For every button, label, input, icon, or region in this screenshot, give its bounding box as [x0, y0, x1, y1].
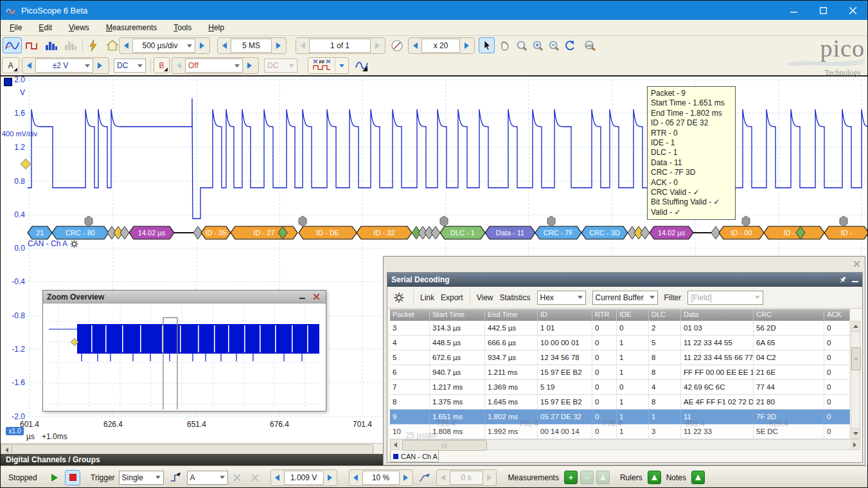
- persistence-view-button[interactable]: [23, 37, 41, 53]
- column-header[interactable]: Data: [681, 309, 754, 321]
- column-header[interactable]: Start Time: [430, 309, 485, 321]
- zoom-out-step-button[interactable]: [409, 38, 421, 53]
- menu-item[interactable]: File: [10, 23, 22, 32]
- table-h-scrollbar[interactable]: |||: [390, 439, 860, 450]
- pan-tool-button[interactable]: [496, 37, 512, 53]
- range-a-select[interactable]: ±2 V: [35, 59, 93, 73]
- packet-row[interactable]: 71.217 ms1.369 ms5 1900442 69 6C 6C77 44…: [390, 380, 850, 395]
- serial-decoding-panel[interactable]: Serial Decoding Link Export View Statist…: [383, 256, 865, 465]
- export-button[interactable]: Export: [441, 293, 463, 302]
- panel-minimize-icon[interactable]: [852, 276, 858, 283]
- scroll-down-button[interactable]: [851, 428, 860, 438]
- decoder-tab[interactable]: CAN - Ch A: [390, 451, 439, 462]
- gear-icon[interactable]: [70, 240, 78, 248]
- samples-select[interactable]: 5 MS: [231, 39, 272, 53]
- trigger-edge-button[interactable]: [168, 470, 183, 485]
- zoom-overview-titlebar[interactable]: Zoom Overview: [43, 291, 326, 303]
- scroll-right-button[interactable]: [850, 440, 860, 449]
- range-a-next-button[interactable]: [93, 58, 106, 73]
- level-down-button[interactable]: [271, 470, 284, 485]
- decoder-channel-label[interactable]: CAN - Ch A: [28, 239, 78, 248]
- statistics-button[interactable]: Statistics: [500, 293, 531, 302]
- trigger-mode-select[interactable]: Single: [119, 471, 164, 485]
- spectrum-view-button[interactable]: [42, 37, 60, 53]
- buffer-field[interactable]: 1 of 1: [309, 39, 371, 53]
- minimize-button[interactable]: [779, 1, 808, 20]
- normal-cursor-button[interactable]: [479, 37, 495, 53]
- panel-close-icon[interactable]: [854, 260, 860, 269]
- marquee-zoom-button[interactable]: [513, 37, 529, 53]
- buffer-select[interactable]: Current Buffer: [592, 291, 658, 305]
- menu-item[interactable]: Help: [208, 23, 224, 32]
- serial-decoding-titlebar[interactable]: Serial Decoding: [387, 273, 862, 287]
- coupling-a-select[interactable]: DC: [114, 59, 146, 73]
- trigger-source-select[interactable]: A: [187, 471, 228, 485]
- maximize-button[interactable]: [808, 1, 838, 20]
- packet-row[interactable]: 6940.7 µs1.211 ms15 97 EE B2018FF FF 00 …: [390, 365, 850, 380]
- timebase-prev-button[interactable]: [120, 38, 132, 53]
- serial-decoding-button[interactable]: FF: [308, 58, 335, 73]
- zoom-100-button[interactable]: 100: [581, 37, 598, 53]
- samples-next-button[interactable]: [272, 38, 285, 53]
- scope-view-button[interactable]: [3, 37, 22, 53]
- column-header[interactable]: IDE: [617, 309, 649, 321]
- zoom-out-button[interactable]: [545, 37, 562, 53]
- range-a-prev-button[interactable]: [22, 58, 35, 73]
- packet-row[interactable]: 4448.5 µs666.6 µs10 00 00 0101511 22 33 …: [390, 336, 850, 350]
- view-button[interactable]: View: [477, 293, 493, 302]
- undo-zoom-button[interactable]: [562, 37, 578, 53]
- timebase-next-button[interactable]: [195, 38, 208, 53]
- digital-channels-bar[interactable]: Digital Channels / Groups: [1, 454, 384, 465]
- pretrigger-down-button[interactable]: [350, 470, 362, 485]
- zoom-in-step-button[interactable]: [460, 38, 473, 53]
- zoom-overview-close-button[interactable]: [310, 293, 322, 302]
- column-header[interactable]: ACK: [824, 309, 850, 321]
- scroll-up-button[interactable]: [851, 321, 860, 332]
- range-b-next-button[interactable]: [243, 58, 256, 73]
- rulers-button[interactable]: [648, 471, 661, 484]
- column-header[interactable]: End Time: [485, 309, 538, 321]
- menu-item[interactable]: Measurements: [106, 23, 157, 32]
- buffer-prev-button[interactable]: [296, 38, 309, 53]
- menu-item[interactable]: Edit: [39, 23, 52, 32]
- level-up-button[interactable]: [324, 470, 337, 485]
- zoom-overview-window[interactable]: Zoom Overview: [42, 290, 326, 411]
- packet-row[interactable]: 81.375 ms1.645 ms15 97 EE B2018AE 4F FF …: [390, 395, 850, 410]
- main-h-scrollbar[interactable]: [1, 443, 384, 454]
- range-b-prev-button[interactable]: [172, 58, 185, 73]
- notes-button[interactable]: [691, 471, 705, 484]
- menu-item[interactable]: Views: [69, 23, 89, 32]
- close-button[interactable]: [838, 1, 867, 20]
- start-button[interactable]: [47, 470, 62, 485]
- menu-item[interactable]: Tools: [173, 23, 191, 32]
- filter-button[interactable]: Filter: [664, 293, 682, 302]
- packet-table-header[interactable]: PacketStart TimeEnd TimeIDRTRIDEDLCDataC…: [390, 309, 850, 321]
- column-header[interactable]: Packet: [390, 309, 430, 321]
- serial-decoding-dropdown[interactable]: [335, 58, 348, 73]
- scroll-left-button[interactable]: [391, 440, 400, 449]
- pin-icon[interactable]: [839, 276, 847, 284]
- link-button[interactable]: Link: [420, 293, 434, 302]
- packet-row[interactable]: 5672.6 µs934.7 µs12 34 56 7801811 22 33 …: [390, 350, 850, 365]
- samples-prev-button[interactable]: [218, 38, 231, 53]
- buffer-navigator-button[interactable]: [389, 37, 405, 53]
- column-header[interactable]: ID: [538, 309, 592, 321]
- decoder-settings-button[interactable]: [391, 290, 407, 305]
- zoom-overview-minimize-button[interactable]: [296, 293, 308, 302]
- zoom-in-button[interactable]: [529, 37, 545, 53]
- buffer-next-button[interactable]: [371, 38, 384, 53]
- math-channels-button[interactable]: [353, 57, 371, 73]
- channel-b-button[interactable]: B: [154, 57, 170, 73]
- scroll-thumb[interactable]: |||: [402, 440, 487, 451]
- column-header[interactable]: CRC: [754, 309, 824, 321]
- trigger-level-field[interactable]: 1.009 V: [284, 471, 324, 485]
- format-select[interactable]: Hex: [537, 291, 586, 305]
- scroll-thumb[interactable]: ≡: [851, 347, 861, 370]
- pretrigger-field[interactable]: 10 %: [362, 471, 400, 485]
- trigger-marker-button[interactable]: [417, 470, 432, 485]
- add-measurement-button[interactable]: +: [564, 471, 578, 484]
- range-b-select[interactable]: Off: [185, 59, 243, 73]
- zoom-overview-plot[interactable]: [43, 303, 324, 410]
- channel-a-button[interactable]: A: [2, 57, 19, 73]
- signal-generator-button[interactable]: [84, 37, 102, 53]
